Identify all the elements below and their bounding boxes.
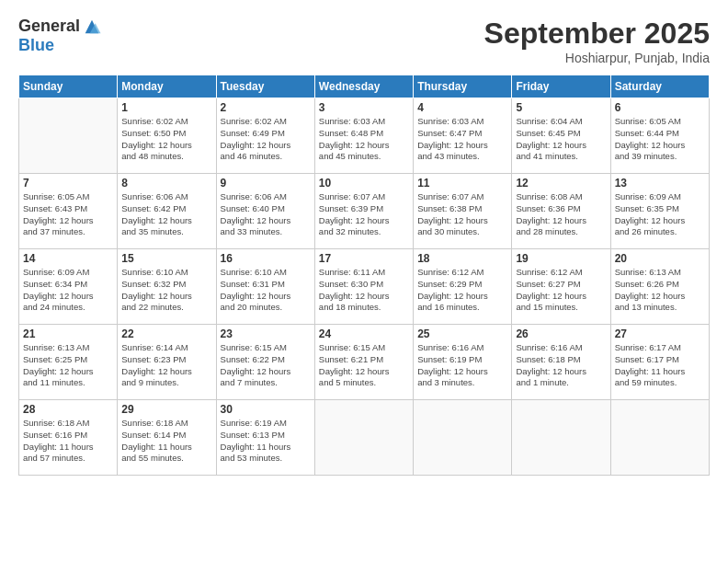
day-info: Sunrise: 6:09 AM Sunset: 6:35 PM Dayligh… xyxy=(615,191,705,238)
day-number: 25 xyxy=(417,327,507,340)
day-number: 9 xyxy=(221,177,311,190)
day-info: Sunrise: 6:02 AM Sunset: 6:50 PM Dayligh… xyxy=(121,116,211,163)
day-number: 26 xyxy=(516,327,606,340)
table-row: 11Sunrise: 6:07 AM Sunset: 6:38 PM Dayli… xyxy=(414,174,512,249)
table-row xyxy=(512,400,610,476)
table-row: 21Sunrise: 6:13 AM Sunset: 6:25 PM Dayli… xyxy=(19,325,118,400)
page: General Blue September 2025 Hoshiarpur, … xyxy=(0,0,728,563)
day-info: Sunrise: 6:03 AM Sunset: 6:48 PM Dayligh… xyxy=(319,116,409,163)
day-number: 7 xyxy=(23,177,113,190)
table-row: 1Sunrise: 6:02 AM Sunset: 6:50 PM Daylig… xyxy=(118,98,216,174)
day-number: 5 xyxy=(516,101,606,114)
day-info: Sunrise: 6:12 AM Sunset: 6:29 PM Dayligh… xyxy=(417,267,507,314)
day-number: 19 xyxy=(516,252,606,265)
day-info: Sunrise: 6:10 AM Sunset: 6:31 PM Dayligh… xyxy=(221,267,311,314)
header-friday: Friday xyxy=(512,75,610,98)
table-row: 8Sunrise: 6:06 AM Sunset: 6:42 PM Daylig… xyxy=(118,174,216,249)
day-info: Sunrise: 6:16 AM Sunset: 6:19 PM Dayligh… xyxy=(417,342,507,389)
day-info: Sunrise: 6:09 AM Sunset: 6:34 PM Dayligh… xyxy=(23,267,113,314)
table-row: 18Sunrise: 6:12 AM Sunset: 6:29 PM Dayli… xyxy=(414,249,512,325)
day-number: 1 xyxy=(121,101,211,114)
title-month: September 2025 xyxy=(484,17,710,51)
day-number: 28 xyxy=(23,403,113,416)
table-row: 19Sunrise: 6:12 AM Sunset: 6:27 PM Dayli… xyxy=(512,249,610,325)
table-row: 23Sunrise: 6:15 AM Sunset: 6:22 PM Dayli… xyxy=(216,325,314,400)
table-row: 5Sunrise: 6:04 AM Sunset: 6:45 PM Daylig… xyxy=(512,98,610,174)
day-number: 2 xyxy=(221,101,311,114)
day-info: Sunrise: 6:04 AM Sunset: 6:45 PM Dayligh… xyxy=(516,116,606,163)
table-row: 25Sunrise: 6:16 AM Sunset: 6:19 PM Dayli… xyxy=(414,325,512,400)
day-info: Sunrise: 6:17 AM Sunset: 6:17 PM Dayligh… xyxy=(615,342,705,389)
table-row: 24Sunrise: 6:15 AM Sunset: 6:21 PM Dayli… xyxy=(314,325,413,400)
day-number: 18 xyxy=(417,252,507,265)
table-row: 30Sunrise: 6:19 AM Sunset: 6:13 PM Dayli… xyxy=(216,400,314,476)
header-tuesday: Tuesday xyxy=(216,75,314,98)
day-info: Sunrise: 6:10 AM Sunset: 6:32 PM Dayligh… xyxy=(121,267,211,314)
day-info: Sunrise: 6:19 AM Sunset: 6:13 PM Dayligh… xyxy=(221,418,311,465)
day-number: 6 xyxy=(615,101,705,114)
header-wednesday: Wednesday xyxy=(314,75,413,98)
day-info: Sunrise: 6:02 AM Sunset: 6:49 PM Dayligh… xyxy=(221,116,311,163)
table-row xyxy=(414,400,512,476)
day-info: Sunrise: 6:07 AM Sunset: 6:39 PM Dayligh… xyxy=(319,191,409,238)
logo-icon xyxy=(82,17,102,37)
day-info: Sunrise: 6:05 AM Sunset: 6:44 PM Dayligh… xyxy=(615,116,705,163)
day-info: Sunrise: 6:06 AM Sunset: 6:42 PM Dayligh… xyxy=(121,191,211,238)
day-number: 13 xyxy=(615,177,705,190)
header-monday: Monday xyxy=(118,75,216,98)
table-row: 12Sunrise: 6:08 AM Sunset: 6:36 PM Dayli… xyxy=(512,174,610,249)
day-number: 29 xyxy=(121,403,211,416)
logo: General Blue xyxy=(18,17,102,55)
calendar: Sunday Monday Tuesday Wednesday Thursday… xyxy=(18,75,710,476)
day-info: Sunrise: 6:14 AM Sunset: 6:23 PM Dayligh… xyxy=(121,342,211,389)
day-number: 14 xyxy=(23,252,113,265)
day-info: Sunrise: 6:03 AM Sunset: 6:47 PM Dayligh… xyxy=(417,116,507,163)
table-row: 29Sunrise: 6:18 AM Sunset: 6:14 PM Dayli… xyxy=(118,400,216,476)
day-info: Sunrise: 6:15 AM Sunset: 6:22 PM Dayligh… xyxy=(221,342,311,389)
day-number: 3 xyxy=(319,101,409,114)
day-info: Sunrise: 6:13 AM Sunset: 6:26 PM Dayligh… xyxy=(615,267,705,314)
day-info: Sunrise: 6:16 AM Sunset: 6:18 PM Dayligh… xyxy=(516,342,606,389)
table-row: 4Sunrise: 6:03 AM Sunset: 6:47 PM Daylig… xyxy=(414,98,512,174)
table-row xyxy=(610,400,709,476)
day-number: 22 xyxy=(121,327,211,340)
title-block: September 2025 Hoshiarpur, Punjab, India xyxy=(484,17,710,65)
day-info: Sunrise: 6:08 AM Sunset: 6:36 PM Dayligh… xyxy=(516,191,606,238)
table-row: 22Sunrise: 6:14 AM Sunset: 6:23 PM Dayli… xyxy=(118,325,216,400)
day-number: 27 xyxy=(615,327,705,340)
day-number: 15 xyxy=(121,252,211,265)
table-row: 9Sunrise: 6:06 AM Sunset: 6:40 PM Daylig… xyxy=(216,174,314,249)
day-number: 8 xyxy=(121,177,211,190)
table-row xyxy=(314,400,413,476)
table-row: 3Sunrise: 6:03 AM Sunset: 6:48 PM Daylig… xyxy=(314,98,413,174)
day-info: Sunrise: 6:06 AM Sunset: 6:40 PM Dayligh… xyxy=(221,191,311,238)
table-row: 17Sunrise: 6:11 AM Sunset: 6:30 PM Dayli… xyxy=(314,249,413,325)
day-number: 21 xyxy=(23,327,113,340)
header-thursday: Thursday xyxy=(414,75,512,98)
header-saturday: Saturday xyxy=(610,75,709,98)
day-info: Sunrise: 6:18 AM Sunset: 6:16 PM Dayligh… xyxy=(23,418,113,465)
day-number: 12 xyxy=(516,177,606,190)
table-row: 28Sunrise: 6:18 AM Sunset: 6:16 PM Dayli… xyxy=(19,400,118,476)
day-info: Sunrise: 6:11 AM Sunset: 6:30 PM Dayligh… xyxy=(319,267,409,314)
day-number: 24 xyxy=(319,327,409,340)
day-number: 20 xyxy=(615,252,705,265)
day-info: Sunrise: 6:13 AM Sunset: 6:25 PM Dayligh… xyxy=(23,342,113,389)
table-row: 14Sunrise: 6:09 AM Sunset: 6:34 PM Dayli… xyxy=(19,249,118,325)
day-number: 10 xyxy=(319,177,409,190)
day-number: 11 xyxy=(417,177,507,190)
table-row: 2Sunrise: 6:02 AM Sunset: 6:49 PM Daylig… xyxy=(216,98,314,174)
table-row: 13Sunrise: 6:09 AM Sunset: 6:35 PM Dayli… xyxy=(610,174,709,249)
header-sunday: Sunday xyxy=(19,75,118,98)
day-number: 17 xyxy=(319,252,409,265)
day-number: 30 xyxy=(221,403,311,416)
logo-blue: Blue xyxy=(18,37,54,55)
logo-general: General xyxy=(18,17,80,36)
title-location: Hoshiarpur, Punjab, India xyxy=(484,51,710,65)
calendar-header-row: Sunday Monday Tuesday Wednesday Thursday… xyxy=(19,75,710,98)
table-row: 20Sunrise: 6:13 AM Sunset: 6:26 PM Dayli… xyxy=(610,249,709,325)
day-number: 4 xyxy=(417,101,507,114)
table-row: 26Sunrise: 6:16 AM Sunset: 6:18 PM Dayli… xyxy=(512,325,610,400)
day-number: 16 xyxy=(221,252,311,265)
table-row: 16Sunrise: 6:10 AM Sunset: 6:31 PM Dayli… xyxy=(216,249,314,325)
